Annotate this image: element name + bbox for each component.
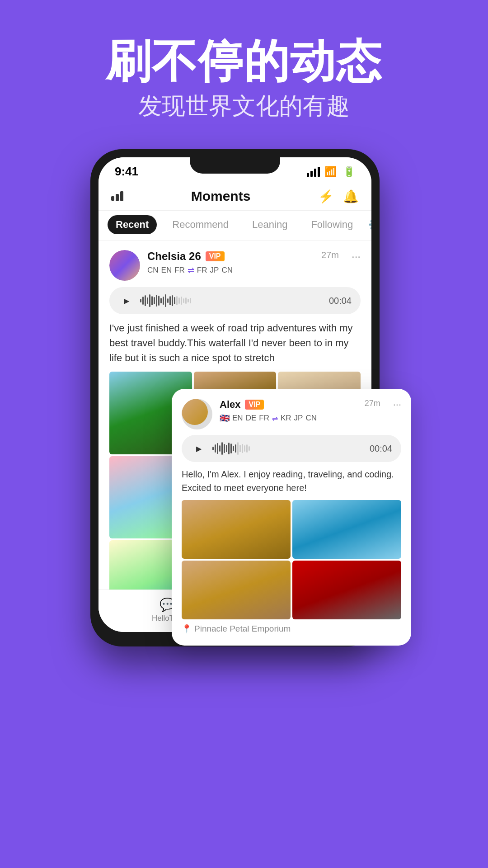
avatar-alex: [182, 399, 212, 429]
play-button-1[interactable]: ▶: [118, 292, 135, 309]
float-post-more[interactable]: ···: [393, 399, 401, 410]
app-logo-icon: [111, 191, 123, 201]
phone-mockup: 9:41 📶 🔋: [90, 149, 398, 646]
float-vip-badge: VIP: [245, 400, 264, 410]
float-play-button[interactable]: ▶: [191, 440, 207, 457]
status-time: 9:41: [115, 165, 138, 179]
float-audio-time: 00:04: [370, 443, 392, 454]
tab-bar: Recent Recommend Leaning Following ⚙️: [99, 211, 371, 241]
float-post-text: Hello, I'm Alex. I enjoy reading, travel…: [182, 467, 401, 495]
signal-bars-icon: [307, 167, 320, 177]
float-post-time: 27m: [365, 399, 380, 408]
bell-icon[interactable]: 🔔: [343, 189, 359, 204]
float-photo-4[interactable]: [292, 561, 401, 619]
float-user-name: Alex: [220, 399, 240, 410]
float-waveform: [212, 442, 364, 455]
audio-player-1[interactable]: ▶: [109, 287, 361, 314]
hero-section: 刷不停的动态 发现世界文化的有趣: [0, 0, 488, 140]
hero-subtitle: 发现世界文化的有趣: [0, 90, 488, 122]
float-lang-flags: 🇬🇧 EN DE FR ⇌ KR JP CN: [220, 413, 357, 423]
app-title: Moments: [191, 189, 251, 204]
lang-arrow-icon: ⇌: [188, 265, 194, 275]
post-more-1[interactable]: ···: [352, 250, 361, 263]
phone-notch: [190, 157, 280, 174]
wifi-icon: 📶: [324, 166, 337, 178]
post-time-1: 27m: [321, 250, 339, 260]
post-text-1: I've just finished a week of road trip a…: [109, 321, 361, 365]
hero-title: 刷不停的动态: [0, 36, 488, 86]
app-header: Moments ⚡ 🔔: [99, 182, 371, 211]
audio-time-1: 00:04: [329, 296, 352, 306]
float-location-pin-icon: 📍: [182, 624, 192, 634]
waveform-1: [140, 294, 324, 307]
lang-flags-1: CN EN FR ⇌ FR JP CN: [147, 265, 314, 275]
tab-leaning[interactable]: Leaning: [244, 215, 296, 234]
float-lang-arrow-icon: ⇌: [272, 414, 278, 423]
float-post-location: 📍 Pinnacle Petal Emporium: [182, 624, 401, 634]
float-audio-player[interactable]: ▶ 00:04: [182, 435, 401, 462]
battery-icon: 🔋: [343, 166, 355, 178]
user-info-1: Chelsia 26 VIP CN EN FR ⇌ FR JP: [147, 250, 314, 275]
tab-recommend[interactable]: Recommend: [164, 215, 237, 234]
status-icons: 📶 🔋: [307, 166, 355, 178]
float-post-header: Alex VIP 🇬🇧 EN DE FR ⇌ KR JP CN 27m ···: [182, 399, 401, 429]
float-photo-grid: [182, 500, 401, 619]
lightning-icon[interactable]: ⚡: [318, 189, 334, 204]
filter-icon[interactable]: ⚙️: [368, 218, 371, 231]
float-photo-3[interactable]: [182, 561, 291, 619]
tab-recent[interactable]: Recent: [108, 215, 157, 234]
post-header-1: Chelsia 26 VIP CN EN FR ⇌ FR JP: [109, 250, 361, 281]
user-name-1: Chelsia 26: [147, 250, 201, 263]
tab-following[interactable]: Following: [303, 215, 361, 234]
avatar-chelsia: [109, 250, 140, 281]
header-icons: ⚡ 🔔: [318, 189, 359, 204]
floating-card: Alex VIP 🇬🇧 EN DE FR ⇌ KR JP CN 27m ···: [172, 389, 411, 646]
vip-badge-1: VIP: [206, 251, 225, 261]
float-user-info: Alex VIP 🇬🇧 EN DE FR ⇌ KR JP CN: [220, 399, 357, 423]
float-photo-1[interactable]: [182, 500, 291, 559]
float-location-text: Pinnacle Petal Emporium: [194, 624, 291, 634]
float-photo-2[interactable]: [292, 500, 401, 559]
